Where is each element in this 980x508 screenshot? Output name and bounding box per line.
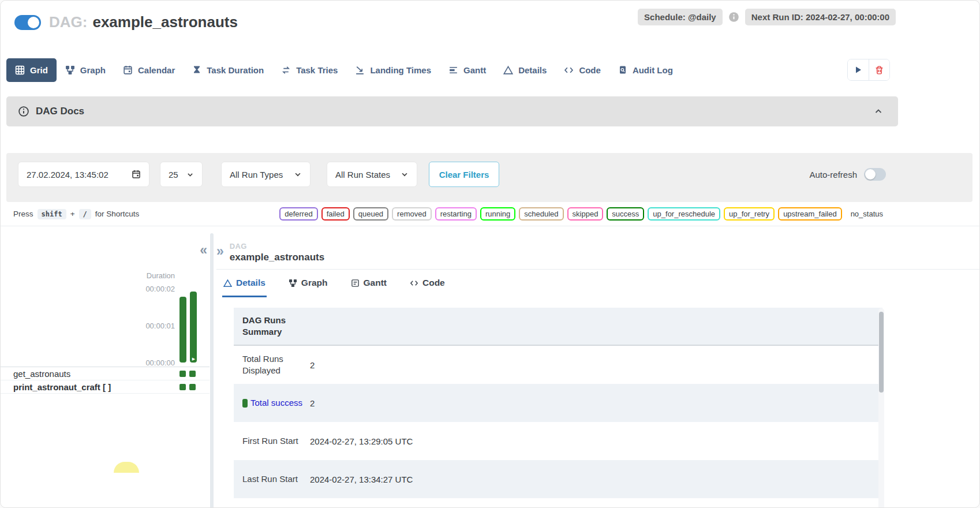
state-legend: deferred failed queued removed restartin… <box>279 207 888 221</box>
chevron-up-icon[interactable] <box>874 107 883 116</box>
state-badge-success: success <box>607 207 644 221</box>
state-badge-failed: failed <box>321 207 350 221</box>
shortcuts-text: + <box>70 210 75 218</box>
legend-row: Press shift + / for Shortcuts deferred f… <box>1 202 979 226</box>
grid-icon <box>15 65 25 75</box>
dag-action-buttons <box>847 59 890 81</box>
table-row: Last Run Start 2024-02-27, 13:34:27 UTC <box>234 460 882 498</box>
details-tab-gantt[interactable]: Gantt <box>350 273 388 297</box>
header-badges: Schedule: @daily Next Run ID: 2024-02-27… <box>638 9 896 25</box>
state-badge-upstream-failed: upstream_failed <box>778 207 842 221</box>
tab-label: Gantt <box>463 65 486 75</box>
state-badge-up-for-retry: up_for_retry <box>724 207 775 221</box>
run-states-select[interactable]: All Run States <box>327 162 417 187</box>
tab-task-duration[interactable]: Task Duration <box>184 58 272 82</box>
expand-panel-icon[interactable]: » <box>216 245 224 258</box>
page-size-value: 25 <box>169 170 178 180</box>
dag-label: DAG: <box>49 13 87 31</box>
tab-label: Details <box>236 278 265 288</box>
code-icon <box>410 279 418 287</box>
tab-gantt[interactable]: Gantt <box>440 58 495 82</box>
tab-grid[interactable]: Grid <box>6 58 57 82</box>
task-name[interactable]: get_astronauts <box>13 369 179 379</box>
task-instance-square[interactable] <box>179 371 186 377</box>
code-icon <box>564 65 574 75</box>
task-instance-group <box>179 384 196 390</box>
landing-icon <box>355 65 365 75</box>
page-size-select[interactable]: 25 <box>160 162 203 187</box>
tab-label: Details <box>518 65 547 75</box>
row-value: 2 <box>310 360 315 370</box>
task-row[interactable]: print_astronaut_craft [ ] <box>1 380 210 394</box>
tab-label: Grid <box>30 65 48 75</box>
tab-details[interactable]: Details <box>495 58 555 82</box>
chevron-down-icon <box>294 170 302 178</box>
tab-code[interactable]: Code <box>555 58 609 82</box>
base-date-input[interactable]: 27.02.2024, 13:45:02 <box>18 162 149 187</box>
summary-title: DAG Runs Summary <box>242 315 310 338</box>
task-instance-square[interactable] <box>179 384 186 390</box>
schedule-badge: Schedule: @daily <box>638 9 723 25</box>
table-header-row: DAG Runs Summary <box>234 308 882 346</box>
row-label: First Run Start <box>242 435 310 447</box>
auto-refresh-control: Auto-refresh <box>809 168 886 181</box>
tab-task-tries[interactable]: Task Tries <box>272 58 346 82</box>
breadcrumb: DAG <box>230 242 324 251</box>
dag-run-bar[interactable] <box>179 297 186 363</box>
page-title: example_astronauts <box>92 13 237 31</box>
tab-calendar[interactable]: Calendar <box>114 58 184 82</box>
dag-pause-toggle[interactable] <box>14 15 41 30</box>
clear-filters-button[interactable]: Clear Filters <box>429 162 499 187</box>
tab-label: Calendar <box>138 65 175 75</box>
task-instance-square[interactable] <box>189 384 196 390</box>
row-label: Total Runs Displayed <box>242 353 310 377</box>
tab-graph[interactable]: Graph <box>57 58 114 82</box>
row-label: Total success <box>242 397 310 409</box>
play-icon <box>854 65 863 74</box>
chevron-down-icon <box>186 171 194 178</box>
tab-label: Graph <box>301 278 328 288</box>
info-icon[interactable] <box>728 12 739 23</box>
tab-label: Task Tries <box>296 65 338 75</box>
main-area: « Duration 00:00:02 00:00:01 00:00:00 ▶ … <box>1 226 979 508</box>
calendar-picker-icon[interactable] <box>132 170 141 179</box>
task-name[interactable]: print_astronaut_craft [ ] <box>13 382 179 392</box>
hourglass-icon <box>192 65 201 74</box>
success-swatch <box>242 399 248 408</box>
warning-triangle-icon <box>223 279 232 287</box>
chevron-down-icon <box>401 170 409 178</box>
state-badge-no-status: no_status <box>846 207 888 221</box>
dag-run-bar[interactable]: ▶ <box>190 292 197 363</box>
run-states-value: All Run States <box>335 170 390 180</box>
tab-label: Code <box>422 278 445 288</box>
auto-refresh-toggle[interactable] <box>864 168 886 181</box>
state-badge-running: running <box>480 207 515 221</box>
task-row[interactable]: get_astronauts <box>1 367 210 380</box>
state-badge-up-for-reschedule: up_for_reschedule <box>648 207 720 221</box>
task-instance-square[interactable] <box>189 371 196 377</box>
trigger-dag-button[interactable] <box>848 59 869 80</box>
page-header: DAG: example_astronauts Schedule: @daily… <box>1 1 979 31</box>
delete-dag-button[interactable] <box>869 59 889 80</box>
vertical-scrollbar <box>878 308 884 508</box>
duration-axis-label: Duration <box>147 271 175 280</box>
docs-bar-label: DAG Docs <box>36 106 84 117</box>
row-label: Last Run Start <box>242 473 310 485</box>
auto-refresh-label: Auto-refresh <box>809 170 857 180</box>
details-tab-code[interactable]: Code <box>409 273 446 297</box>
graph-icon <box>289 279 297 287</box>
details-tab-graph[interactable]: Graph <box>287 273 329 297</box>
dag-docs-bar[interactable]: DAG Docs <box>6 96 898 126</box>
panel-resize-handle[interactable] <box>210 233 214 508</box>
task-instance-group <box>179 371 196 377</box>
collapse-panel-icon[interactable]: « <box>200 244 207 257</box>
run-types-select[interactable]: All Run Types <box>221 162 311 187</box>
details-tab-details[interactable]: Details <box>222 273 267 297</box>
tab-audit-log[interactable]: Audit Log <box>609 58 682 82</box>
gantt-list-icon <box>351 279 360 287</box>
scrollbar-thumb[interactable] <box>879 312 884 393</box>
tab-label: Code <box>579 65 601 75</box>
total-success-link[interactable]: Total success <box>250 397 302 409</box>
tab-landing-times[interactable]: Landing Times <box>346 58 440 82</box>
row-value: 2 <box>310 398 315 408</box>
